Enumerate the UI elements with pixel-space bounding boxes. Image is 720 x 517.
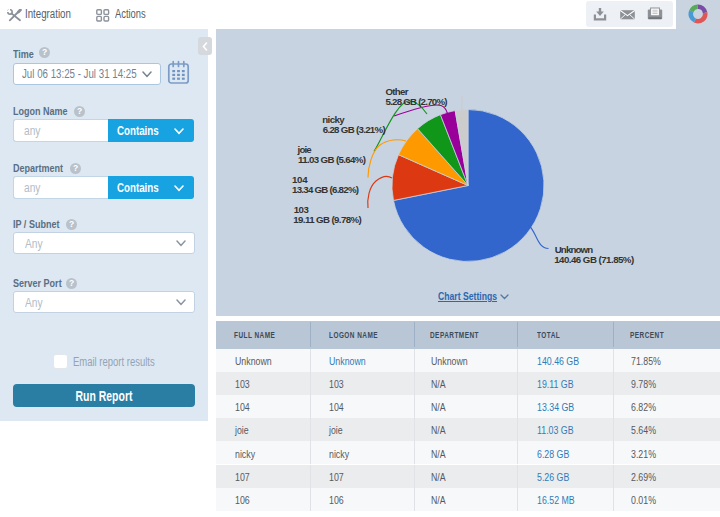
- svg-text:19.11 GB (9.78%): 19.11 GB (9.78%): [293, 214, 361, 225]
- svg-text:5.28 GB (2.70%): 5.28 GB (2.70%): [386, 96, 448, 107]
- svg-text:6.28 GB (3.21%): 6.28 GB (3.21%): [323, 124, 386, 135]
- svg-text:11.03 GB (5.64%): 11.03 GB (5.64%): [298, 154, 366, 165]
- svg-text:13.34 GB (6.82%): 13.34 GB (6.82%): [292, 184, 359, 195]
- svg-text:140.46 GB (71.85%): 140.46 GB (71.85%): [554, 254, 634, 265]
